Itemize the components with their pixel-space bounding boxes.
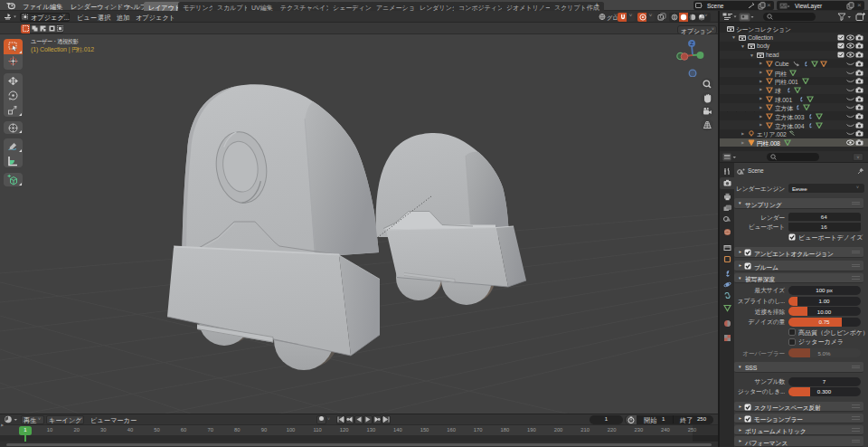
svg-text:Z: Z <box>690 41 693 46</box>
